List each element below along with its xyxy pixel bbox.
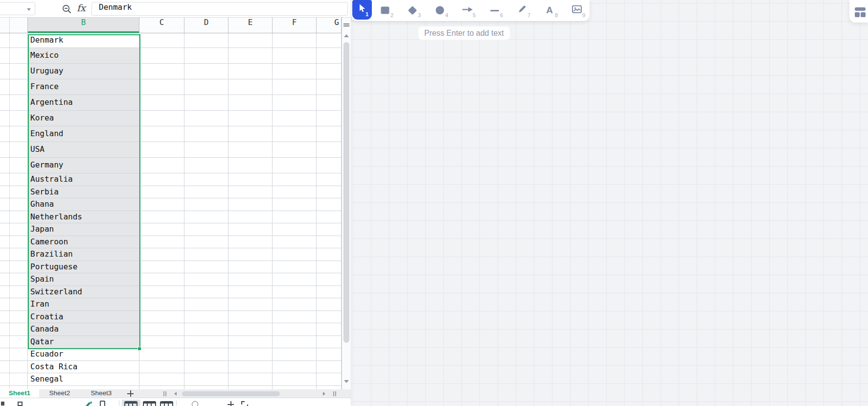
- cell-empty[interactable]: [0, 298, 10, 311]
- cell-empty[interactable]: [10, 236, 28, 249]
- cell-empty[interactable]: [184, 261, 228, 274]
- cell-empty[interactable]: [139, 223, 184, 236]
- cell-empty[interactable]: [139, 111, 184, 126]
- cell-country[interactable]: England: [28, 126, 139, 142]
- cell-empty[interactable]: [228, 286, 273, 299]
- tool-diamond[interactable]: 3: [403, 0, 422, 21]
- cell-empty[interactable]: [317, 48, 342, 64]
- scroll-left-icon[interactable]: [174, 392, 177, 396]
- cell-empty[interactable]: [317, 111, 342, 126]
- sheet-tab-3[interactable]: Sheet3: [80, 389, 122, 398]
- cell-empty[interactable]: [228, 64, 273, 79]
- scroll-right-icon[interactable]: [323, 392, 325, 396]
- column-header-d[interactable]: D: [184, 18, 228, 33]
- cell-country[interactable]: Korea: [28, 111, 139, 126]
- fx-icon[interactable]: fx: [77, 2, 86, 13]
- cell-empty[interactable]: [10, 198, 28, 211]
- cell-empty[interactable]: [184, 223, 228, 236]
- cell-empty[interactable]: [139, 373, 184, 386]
- cell-empty[interactable]: [184, 79, 228, 95]
- tool-text[interactable]: A 8: [540, 0, 559, 21]
- cell-empty[interactable]: [10, 211, 28, 224]
- cell-empty[interactable]: [228, 79, 273, 95]
- cell-empty[interactable]: [139, 33, 184, 48]
- cell-empty[interactable]: [184, 236, 228, 249]
- drawing-canvas[interactable]: 1 2 3 4 5: [351, 0, 868, 406]
- cell-empty[interactable]: [317, 79, 342, 95]
- cell-country[interactable]: Brazilian: [28, 248, 139, 261]
- cell-empty[interactable]: [10, 261, 28, 274]
- name-box[interactable]: [0, 2, 35, 15]
- cell-empty[interactable]: [317, 298, 342, 311]
- cell-country[interactable]: France: [28, 79, 139, 95]
- cell-empty[interactable]: [273, 323, 317, 336]
- column-header-g[interactable]: G: [317, 18, 342, 33]
- cell-country[interactable]: Japan: [28, 223, 139, 236]
- cell-empty[interactable]: [184, 186, 228, 199]
- add-sheet-button[interactable]: [127, 390, 134, 397]
- cell-empty[interactable]: [273, 173, 317, 186]
- column-header-a-edge[interactable]: [0, 18, 10, 33]
- cell-country[interactable]: Iran: [28, 298, 139, 311]
- cell-empty[interactable]: [184, 386, 228, 390]
- cell-empty[interactable]: [139, 64, 184, 79]
- cell-empty[interactable]: [0, 211, 10, 224]
- cell-empty[interactable]: [10, 348, 28, 361]
- cell-empty[interactable]: [317, 261, 342, 274]
- cell-country[interactable]: Spain: [28, 273, 139, 286]
- cell-empty[interactable]: [184, 336, 228, 349]
- cell-empty[interactable]: [0, 361, 10, 374]
- cell-empty[interactable]: [317, 95, 342, 111]
- cell-empty[interactable]: [228, 126, 273, 142]
- cell-empty[interactable]: [317, 361, 342, 374]
- formula-input[interactable]: Denmark: [91, 2, 348, 16]
- cell-empty[interactable]: [10, 223, 28, 236]
- column-header-a[interactable]: [10, 18, 28, 33]
- cell-country[interactable]: Uruguay: [28, 64, 139, 79]
- cell-empty[interactable]: [0, 236, 10, 249]
- cell-empty[interactable]: [139, 261, 184, 274]
- cell-empty[interactable]: [184, 286, 228, 299]
- zoom-in-icon[interactable]: [228, 401, 234, 406]
- cell-empty[interactable]: [139, 236, 184, 249]
- cell-empty[interactable]: [273, 348, 317, 361]
- cell-empty[interactable]: [184, 95, 228, 111]
- cell-empty[interactable]: [10, 79, 28, 95]
- cell-empty[interactable]: [139, 248, 184, 261]
- vertical-scrollbar-thumb[interactable]: [343, 42, 349, 343]
- zoom-out-icon[interactable]: [62, 4, 72, 17]
- cell-empty[interactable]: [273, 261, 317, 274]
- cell-empty[interactable]: [139, 211, 184, 224]
- cell-empty[interactable]: [228, 223, 273, 236]
- cell-empty[interactable]: [184, 48, 228, 64]
- cell-empty[interactable]: [317, 33, 342, 48]
- cell-empty[interactable]: [10, 311, 28, 324]
- cell-empty[interactable]: [228, 373, 273, 386]
- cell-empty[interactable]: [139, 336, 184, 349]
- cell-country[interactable]: Serbia: [28, 186, 139, 199]
- cell-country[interactable]: [28, 386, 139, 390]
- cell-empty[interactable]: [228, 158, 273, 173]
- cell-empty[interactable]: [228, 198, 273, 211]
- scrollbar-handle-left[interactable]: [163, 391, 166, 396]
- cell-empty[interactable]: [0, 111, 10, 126]
- cell-empty[interactable]: [273, 236, 317, 249]
- scroll-up-icon[interactable]: [344, 34, 349, 37]
- cell-country[interactable]: Ghana: [28, 198, 139, 211]
- cell-country[interactable]: Costa Rica: [28, 361, 139, 374]
- cell-empty[interactable]: [139, 173, 184, 186]
- cell-empty[interactable]: [139, 273, 184, 286]
- cell-empty[interactable]: [228, 211, 273, 224]
- cell-empty[interactable]: [0, 158, 10, 173]
- split-handle-icon[interactable]: [343, 24, 349, 26]
- cell-empty[interactable]: [139, 386, 184, 390]
- cell-country[interactable]: USA: [28, 142, 139, 158]
- tool-rectangle[interactable]: 2: [375, 0, 395, 21]
- cell-country[interactable]: Canada: [28, 323, 139, 336]
- cell-empty[interactable]: [184, 111, 228, 126]
- fullscreen-icon[interactable]: [241, 401, 248, 406]
- sheet-tab-2[interactable]: Sheet2: [39, 389, 80, 398]
- cell-empty[interactable]: [273, 33, 317, 48]
- cell-empty[interactable]: [139, 298, 184, 311]
- table-view-icon-3[interactable]: [160, 401, 173, 406]
